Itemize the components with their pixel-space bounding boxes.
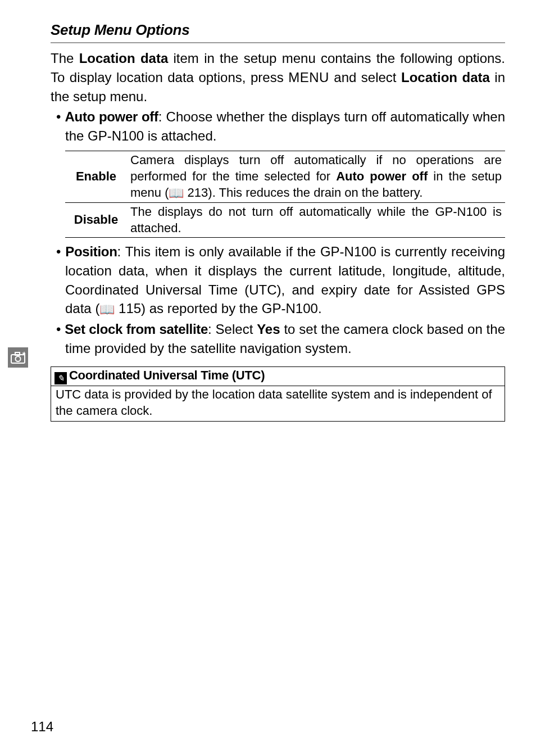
svg-rect-1: [15, 352, 20, 355]
text-bold: Auto power off: [336, 169, 428, 183]
bullet-text: 115) as reported by the GP-N100.: [115, 301, 321, 316]
note-heading: ✎Coordinated Universal Time (UTC): [51, 367, 505, 386]
text: and select: [329, 70, 401, 85]
text: The: [51, 51, 79, 66]
page-number: 114: [31, 719, 53, 735]
bullet-text: : Select: [208, 322, 257, 337]
note-body: UTC data is provided by the location dat…: [51, 386, 505, 421]
svg-point-2: [16, 356, 21, 361]
option-desc: Camera displays turn off automatically i…: [127, 151, 505, 203]
book-icon: 📖: [169, 186, 184, 200]
text: 213). This reduces the drain on the batt…: [184, 185, 423, 200]
option-label-enable: Enable: [65, 151, 127, 203]
side-tab-camera-icon: ★: [8, 347, 28, 368]
section-heading: Setup Menu Options: [51, 21, 505, 39]
bullet-title: Position: [65, 244, 117, 259]
svg-text:★: ★: [22, 351, 25, 356]
bullet-set-clock: Set clock from satellite: Select Yes to …: [51, 320, 505, 357]
table-row: Enable Camera displays turn off automati…: [65, 151, 505, 203]
options-table: Enable Camera displays turn off automati…: [65, 151, 505, 238]
option-desc: The displays do not turn off automatical…: [127, 203, 505, 238]
intro-paragraph: The Location data item in the setup menu…: [51, 49, 505, 106]
table-row: Disable The displays do not turn off aut…: [65, 203, 505, 238]
bullet-title: Set clock from satellite: [65, 322, 208, 337]
bullet-title: Auto power off: [65, 109, 158, 124]
option-label-disable: Disable: [65, 203, 127, 238]
menu-glyph: MENU: [288, 70, 329, 85]
text-bold: Yes: [257, 322, 280, 337]
text-bold: Location data: [79, 51, 169, 66]
bullet-auto-power-off: Auto power off: Choose whether the displ…: [51, 107, 505, 238]
note-title: Coordinated Universal Time (UTC): [69, 368, 265, 382]
text-bold: Location data: [401, 70, 490, 85]
pencil-icon: ✎: [54, 372, 67, 384]
note-box: ✎Coordinated Universal Time (UTC) UTC da…: [51, 366, 505, 422]
heading-rule: [51, 42, 505, 43]
book-icon: 📖: [99, 302, 115, 316]
bullet-position: Position: This item is only available if…: [51, 242, 505, 319]
